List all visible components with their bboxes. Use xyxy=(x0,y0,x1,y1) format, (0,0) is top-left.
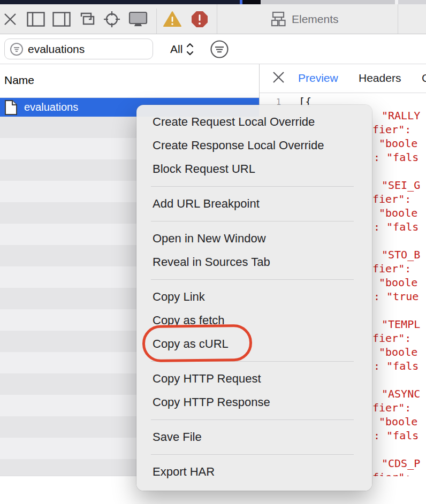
network-list-header: Name xyxy=(0,64,259,98)
code-line: "boole xyxy=(379,206,417,220)
scope-dropdown-label: All xyxy=(170,43,182,56)
code-line: "RALLY xyxy=(382,109,420,123)
code-line: "ASYNC xyxy=(382,387,420,401)
code-line: "boole xyxy=(379,276,417,289)
detail-tab-bar: Preview Headers C xyxy=(260,64,426,93)
code-line: fier": xyxy=(372,331,411,345)
code-line: "STO_B xyxy=(382,248,420,262)
menu-item-create-request-local-override[interactable]: Create Request Local Override xyxy=(136,110,372,134)
code-line: "CDS_P xyxy=(382,456,420,470)
request-name: evaluations xyxy=(24,101,78,113)
code-line: "boole xyxy=(379,415,417,429)
code-line: : "fals xyxy=(374,150,419,164)
menu-item-copy-link[interactable]: Copy Link xyxy=(136,285,372,309)
code-line: : "fals xyxy=(374,359,419,373)
code-line: : "true xyxy=(374,289,419,303)
code-line: "boole xyxy=(379,136,417,150)
chevron-up-down-icon xyxy=(186,42,194,56)
menu-separator xyxy=(151,221,354,222)
menu-item-save-file[interactable]: Save File xyxy=(136,425,372,449)
code-line: fier": xyxy=(372,470,411,476)
code-line: "boole xyxy=(379,345,417,359)
menu-separator xyxy=(151,361,354,362)
menu-item-copy-http-request[interactable]: Copy HTTP Request xyxy=(136,367,372,391)
search-input-field[interactable] xyxy=(4,39,153,59)
tab-headers[interactable]: Headers xyxy=(359,72,401,85)
menu-separator xyxy=(151,279,354,280)
close-icon[interactable] xyxy=(2,4,18,34)
menu-item-copy-as-fetch[interactable]: Copy as fetch xyxy=(136,309,372,332)
window-strip-segment xyxy=(398,0,426,4)
menu-item-reveal-in-sources-tab[interactable]: Reveal in Sources Tab xyxy=(136,250,372,274)
filter-bar: All xyxy=(0,34,426,64)
code-line: fier": xyxy=(372,192,411,206)
document-icon xyxy=(4,100,18,116)
menu-separator xyxy=(151,454,354,455)
menu-item-create-response-local-override[interactable]: Create Response Local Override xyxy=(136,134,372,157)
element-selector-icon[interactable] xyxy=(103,4,121,34)
scope-dropdown[interactable]: All xyxy=(170,34,194,64)
window-strip-segment xyxy=(242,0,261,4)
toolbar-divider xyxy=(398,4,398,34)
window-strip-segment xyxy=(0,0,240,4)
code-line: fier": xyxy=(372,123,411,136)
device-icon[interactable] xyxy=(128,4,148,34)
close-detail-icon[interactable] xyxy=(271,70,286,85)
cascade-windows-icon[interactable] xyxy=(78,4,96,34)
menu-separator xyxy=(151,419,354,420)
web-inspector-window: Elements All Name evaluations xyxy=(0,0,426,504)
window-strip-segment xyxy=(261,0,395,4)
menu-item-open-in-new-window[interactable]: Open in New Window xyxy=(136,227,372,250)
code-line: fier": xyxy=(372,262,411,276)
menu-item-block-request-url[interactable]: Block Request URL xyxy=(136,157,372,181)
filter-icon xyxy=(10,42,24,56)
warning-icon[interactable] xyxy=(163,4,182,34)
name-column-header: Name xyxy=(4,74,34,87)
filter-options-button[interactable] xyxy=(210,40,229,58)
toolbar-divider xyxy=(156,9,157,34)
panel-right-icon[interactable] xyxy=(52,4,71,34)
tab-elements[interactable]: Elements xyxy=(292,4,351,34)
tab-cookies-clipped[interactable]: C xyxy=(422,72,426,85)
elements-tab-icon xyxy=(269,4,287,34)
menu-item-copy-http-response[interactable]: Copy HTTP Response xyxy=(136,391,372,414)
inspector-toolbar: Elements xyxy=(0,4,426,34)
code-line: : "fals xyxy=(374,429,419,442)
tab-preview[interactable]: Preview xyxy=(298,72,338,85)
menu-separator xyxy=(151,186,354,187)
code-line: "SEI_G xyxy=(382,178,420,192)
code-line: : "fals xyxy=(374,220,419,234)
context-menu: Create Request Local OverrideCreate Resp… xyxy=(136,105,372,491)
menu-item-copy-as-curl[interactable]: Copy as cURL xyxy=(136,332,372,356)
search-input[interactable] xyxy=(28,43,146,56)
error-icon[interactable] xyxy=(191,4,209,34)
code-line: "TEMPL xyxy=(382,317,420,331)
menu-item-export-har[interactable]: Export HAR xyxy=(136,460,372,484)
menu-item-add-url-breakpoint[interactable]: Add URL Breakpoint xyxy=(136,192,372,216)
panel-left-icon[interactable] xyxy=(27,4,45,34)
toolbar-divider xyxy=(217,4,217,34)
code-line: fier": xyxy=(372,401,411,415)
